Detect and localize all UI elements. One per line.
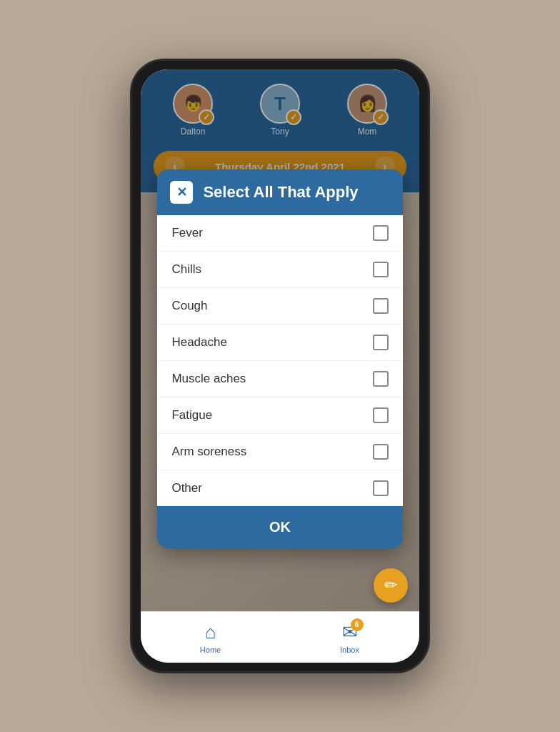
symptom-label-chills: Chills xyxy=(171,262,201,277)
symptom-checkbox-headache[interactable] xyxy=(373,335,389,350)
symptom-row-chills[interactable]: Chills xyxy=(157,252,402,288)
symptom-label-arm-soreness: Arm soreness xyxy=(171,445,246,459)
fab-edit-button[interactable]: ✏ xyxy=(374,568,408,603)
symptom-label-other: Other xyxy=(171,481,202,495)
dialog-footer: OK xyxy=(157,506,402,548)
symptom-row-fatigue[interactable]: Fatigue xyxy=(157,397,402,434)
symptom-checkbox-fatigue[interactable] xyxy=(373,407,389,423)
app-content: 👦 ✓ Dalton T ✓ Tony xyxy=(141,69,419,663)
dialog-close-button[interactable]: ✕ xyxy=(170,181,193,204)
symptom-row-arm-soreness[interactable]: Arm soreness xyxy=(157,434,402,470)
symptom-checkbox-other[interactable] xyxy=(373,480,389,496)
symptom-row-fever[interactable]: Fever xyxy=(157,215,402,252)
symptom-checkbox-cough[interactable] xyxy=(373,298,389,314)
inbox-badge-wrapper: ✉ 6 xyxy=(342,621,358,643)
dialog-title: Select All That Apply xyxy=(203,183,358,202)
phone-screen: 👦 ✓ Dalton T ✓ Tony xyxy=(141,69,419,663)
tab-bar: ⌂ Home ✉ 6 Inbox xyxy=(141,611,419,663)
symptom-label-headache: Headache xyxy=(171,335,227,350)
symptom-row-cough[interactable]: Cough xyxy=(157,288,402,325)
tab-home[interactable]: ⌂ Home xyxy=(141,621,280,654)
tab-home-label: Home xyxy=(200,646,221,654)
symptom-label-cough: Cough xyxy=(171,299,207,313)
symptom-row-other[interactable]: Other xyxy=(157,470,402,506)
symptom-label-fever: Fever xyxy=(171,226,202,240)
symptom-checkbox-fever[interactable] xyxy=(373,225,389,241)
symptom-checkbox-chills[interactable] xyxy=(373,262,389,277)
tab-inbox[interactable]: ✉ 6 Inbox xyxy=(280,621,419,654)
dialog-body: Fever Chills Cough Headache xyxy=(157,215,402,506)
tab-inbox-label: Inbox xyxy=(340,646,359,654)
symptom-label-muscle-aches: Muscle aches xyxy=(171,372,246,386)
symptom-row-headache[interactable]: Headache xyxy=(157,325,402,361)
ok-button[interactable]: OK xyxy=(241,516,319,538)
edit-icon: ✏ xyxy=(384,576,397,595)
symptom-checkbox-muscle-aches[interactable] xyxy=(373,371,389,387)
dialog-header: ✕ Select All That Apply xyxy=(157,169,402,215)
symptom-label-fatigue: Fatigue xyxy=(171,408,212,422)
phone-device: 👦 ✓ Dalton T ✓ Tony xyxy=(130,59,430,673)
symptom-row-muscle-aches[interactable]: Muscle aches xyxy=(157,361,402,397)
select-symptoms-dialog: ✕ Select All That Apply Fever Chills xyxy=(157,169,402,548)
symptom-checkbox-arm-soreness[interactable] xyxy=(373,444,389,460)
inbox-badge: 6 xyxy=(351,618,364,631)
home-icon: ⌂ xyxy=(205,621,216,643)
